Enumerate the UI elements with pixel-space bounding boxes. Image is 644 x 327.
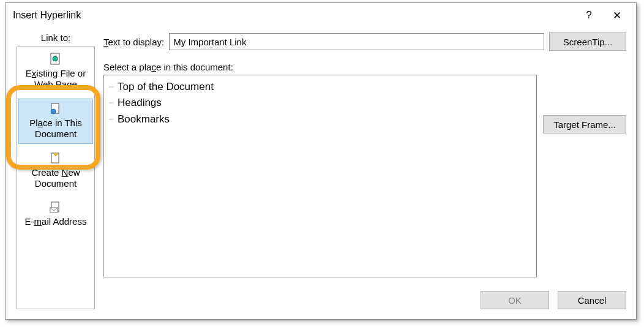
target-frame-button[interactable]: Target Frame...	[543, 115, 626, 133]
linkto-item-line0: E-mail Address	[25, 216, 87, 227]
insert-hyperlink-dialog: Insert Hyperlink ? ✕ Link to: Existing F…	[5, 2, 637, 320]
linkto-item-line1: Web Page	[34, 79, 77, 90]
tree-item-label: Headings	[118, 95, 162, 111]
linkto-existing-file[interactable]: Existing File or Web Page	[18, 50, 93, 94]
file-web-icon	[48, 52, 63, 67]
help-button[interactable]: ?	[575, 3, 603, 28]
document-places-tree[interactable]: ┄Top of the Document ┄Headings ┄Bookmark…	[103, 75, 537, 277]
linkto-email-address[interactable]: E-mail Address	[18, 198, 93, 231]
tree-item[interactable]: ┄Top of the Document	[109, 79, 531, 95]
link-to-label: Link to:	[41, 32, 70, 43]
tree-item[interactable]: ┄Bookmarks	[109, 111, 531, 127]
close-button[interactable]: ✕	[603, 3, 631, 28]
linkto-item-line0: Existing File or	[26, 68, 86, 79]
tree-item-label: Bookmarks	[118, 111, 170, 127]
new-doc-icon	[48, 151, 63, 166]
tree-item-label: Top of the Document	[118, 79, 214, 95]
link-to-panel: Existing File or Web Page Place in This …	[17, 47, 95, 309]
svg-point-1	[53, 56, 58, 61]
linkto-item-line1: Document	[35, 129, 77, 140]
tree-item[interactable]: ┄Headings	[109, 95, 531, 111]
dialog-title: Insert Hyperlink	[13, 10, 575, 21]
tree-dash-icon: ┄	[109, 97, 115, 109]
tree-dash-icon: ┄	[109, 114, 115, 126]
linkto-place-in-document[interactable]: Place in This Document	[18, 99, 93, 144]
screentip-button[interactable]: ScreenTip...	[549, 32, 626, 51]
tree-dash-icon: ┄	[109, 81, 115, 93]
svg-point-3	[51, 109, 56, 114]
cancel-button[interactable]: Cancel	[558, 291, 626, 309]
linkto-item-line1: Document	[35, 178, 77, 189]
linkto-item-line0: Create New	[31, 167, 80, 178]
linkto-item-line0: Place in This	[29, 118, 82, 129]
text-to-display-label: Text to display:	[103, 37, 164, 47]
linkto-create-new-document[interactable]: Create New Document	[18, 149, 93, 193]
ok-button[interactable]: OK	[481, 291, 549, 309]
email-icon	[48, 200, 63, 215]
select-place-label: Select a place in this document:	[103, 62, 626, 72]
text-to-display-input[interactable]	[169, 33, 544, 50]
place-doc-icon	[48, 102, 63, 116]
titlebar: Insert Hyperlink ? ✕	[6, 3, 636, 28]
